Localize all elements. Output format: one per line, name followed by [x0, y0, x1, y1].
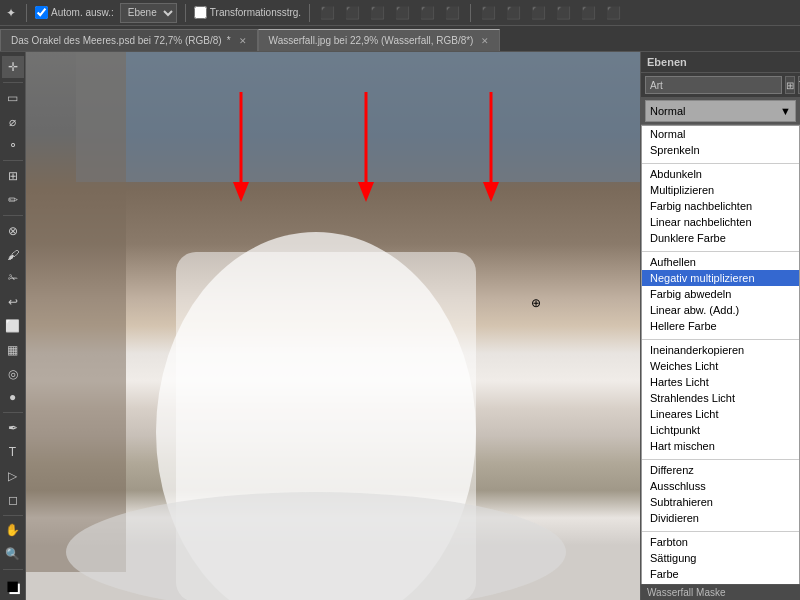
blend-mode-current-label: Normal	[650, 105, 685, 117]
separator4	[470, 4, 471, 22]
blend-dunklere-farbe[interactable]: Dunklere Farbe	[642, 230, 799, 246]
tab-wasserfall-label: Wasserfall.jpg bei 22,9% (Wasserfall, RG…	[269, 35, 474, 46]
close-tab-orakel[interactable]: ✕	[239, 36, 247, 46]
align-bottom-icon[interactable]: ⬛	[443, 4, 462, 22]
auto-select-label: Autom. ausw.:	[35, 6, 114, 19]
text-tool[interactable]: T	[2, 441, 24, 463]
blend-saettigung[interactable]: Sättigung	[642, 550, 799, 566]
align-center-icon[interactable]: ⬛	[343, 4, 362, 22]
align-middle-icon[interactable]: ⬛	[418, 4, 437, 22]
right-panel: Ebenen ⊞ T ⚙ Dec. Normal ▼ Normal Sprenk…	[640, 52, 800, 600]
clone-stamp-tool[interactable]: ✁	[2, 267, 24, 289]
blend-multiplizieren[interactable]: Multiplizieren	[642, 182, 799, 198]
tab-orakel[interactable]: Das Orakel des Meeres.psd bei 72,7% (RGB…	[0, 29, 258, 51]
eraser-tool[interactable]: ⬜	[2, 315, 24, 337]
blend-linear-nachbelichten[interactable]: Linear nachbelichten	[642, 214, 799, 230]
spot-heal-tool[interactable]: ⊗	[2, 220, 24, 242]
transform-checkbox[interactable]	[194, 6, 207, 19]
gradient-tool[interactable]: ▦	[2, 339, 24, 361]
layer-select[interactable]: Ebene	[120, 3, 177, 23]
blend-hart-mischen[interactable]: Hart mischen	[642, 438, 799, 454]
tool-sep1	[3, 82, 23, 83]
tool-sep5	[3, 515, 23, 516]
lasso-tool[interactable]: ⌀	[2, 111, 24, 133]
blend-aufhellen[interactable]: Aufhellen	[642, 254, 799, 270]
history-brush-tool[interactable]: ↩	[2, 291, 24, 313]
path-select-tool[interactable]: ▷	[2, 465, 24, 487]
distribute-left-icon[interactable]: ⬛	[479, 4, 498, 22]
foreground-bg-colors[interactable]: ◼	[2, 574, 24, 596]
blend-dividieren[interactable]: Dividieren	[642, 510, 799, 526]
distribute-top-icon[interactable]: ⬛	[554, 4, 573, 22]
blend-hellere-farbe[interactable]: Hellere Farbe	[642, 318, 799, 334]
blend-ausschluss[interactable]: Ausschluss	[642, 478, 799, 494]
blend-ineinanderkopieren[interactable]: Ineinanderkopieren	[642, 342, 799, 358]
panel-header: Ebenen	[641, 52, 800, 73]
distribute-center-icon[interactable]: ⬛	[504, 4, 523, 22]
pen-tool[interactable]: ✒	[2, 417, 24, 439]
blend-differenz[interactable]: Differenz	[642, 462, 799, 478]
close-tab-wasserfall[interactable]: ✕	[481, 36, 489, 46]
align-right-icon[interactable]: ⬛	[368, 4, 387, 22]
dodge-tool[interactable]: ●	[2, 387, 24, 409]
blend-lineares-licht[interactable]: Lineares Licht	[642, 406, 799, 422]
blend-dropdown[interactable]: Normal Sprenkeln Abdunkeln Multipliziere…	[641, 125, 800, 584]
distribute-mid-icon[interactable]: ⬛	[579, 4, 598, 22]
separator3	[309, 4, 310, 22]
quick-select-tool[interactable]: ⚬	[2, 134, 24, 156]
canvas-area[interactable]: ⊕	[26, 52, 640, 600]
blend-negativ-multiplizieren[interactable]: Negativ multiplizieren	[642, 270, 799, 286]
blend-abdunkeln[interactable]: Abdunkeln	[642, 166, 799, 182]
blend-mode-selector[interactable]: Normal ▼	[645, 100, 796, 122]
move-tool-icon[interactable]: ✦	[4, 4, 18, 22]
tool-sep2	[3, 160, 23, 161]
brush-tool[interactable]: 🖌	[2, 244, 24, 266]
separator2	[185, 4, 186, 22]
hand-tool[interactable]: ✋	[2, 520, 24, 542]
tab-wasserfall[interactable]: Wasserfall.jpg bei 22,9% (Wasserfall, RG…	[258, 29, 501, 51]
blend-dropdown-container: Normal ▼ Normal Sprenkeln Abdunkeln Mult…	[641, 98, 800, 584]
blend-strahlendes-licht[interactable]: Strahlendes Licht	[642, 390, 799, 406]
blur-tool[interactable]: ◎	[2, 363, 24, 385]
align-left-icon[interactable]: ⬛	[318, 4, 337, 22]
tab-orakel-label: Das Orakel des Meeres.psd bei 72,7% (RGB…	[11, 35, 222, 46]
blend-farbton[interactable]: Farbton	[642, 534, 799, 550]
distribute-bottom-icon[interactable]: ⬛	[604, 4, 623, 22]
main-area: ✛ ▭ ⌀ ⚬ ⊞ ✏ ⊗ 🖌 ✁ ↩ ⬜ ▦ ◎ ● ✒ T ▷ ◻ ✋ 🔍 …	[0, 52, 800, 600]
blend-sep5	[642, 526, 799, 532]
crop-tool[interactable]: ⊞	[2, 165, 24, 187]
move-tool[interactable]: ✛	[2, 56, 24, 78]
blend-sep2	[642, 246, 799, 252]
blend-sprenkeln[interactable]: Sprenkeln	[642, 142, 799, 158]
auto-select-checkbox[interactable]	[35, 6, 48, 19]
shape-tool[interactable]: ◻	[2, 489, 24, 511]
blend-hartes-licht[interactable]: Hartes Licht	[642, 374, 799, 390]
canvas-image	[26, 52, 640, 600]
panel-icon-btn1[interactable]: ⊞	[785, 76, 795, 94]
top-toolbar: ✦ Autom. ausw.: Ebene Transformationsstr…	[0, 0, 800, 26]
align-top-icon[interactable]: ⬛	[393, 4, 412, 22]
select-rect-tool[interactable]: ▭	[2, 87, 24, 109]
tool-sep6	[3, 569, 23, 570]
panel-search-bar: ⊞ T ⚙ Dec.	[641, 73, 800, 98]
blend-farbe[interactable]: Farbe	[642, 566, 799, 582]
blend-farbig-nachbelichten[interactable]: Farbig nachbelichten	[642, 198, 799, 214]
blend-mode-header: Normal ▼	[641, 98, 800, 125]
blend-weiches-licht[interactable]: Weiches Licht	[642, 358, 799, 374]
blend-subtrahieren[interactable]: Subtrahieren	[642, 494, 799, 510]
blend-normal[interactable]: Normal	[642, 126, 799, 142]
zoom-tool[interactable]: 🔍	[2, 543, 24, 565]
blend-sep1	[642, 158, 799, 164]
eyedropper-tool[interactable]: ✏	[2, 189, 24, 211]
blend-linear-abw[interactable]: Linear abw. (Add.)	[642, 302, 799, 318]
blend-luminanz[interactable]: Luminanz	[642, 582, 799, 584]
left-toolbar: ✛ ▭ ⌀ ⚬ ⊞ ✏ ⊗ 🖌 ✁ ↩ ⬜ ▦ ◎ ● ✒ T ▷ ◻ ✋ 🔍 …	[0, 52, 26, 600]
blend-sep3	[642, 334, 799, 340]
panel-search-input[interactable]	[645, 76, 782, 94]
blend-farbig-abwedeln[interactable]: Farbig abwedeln	[642, 286, 799, 302]
canvas-content: ⊕	[26, 52, 640, 600]
separator1	[26, 4, 27, 22]
tool-sep4	[3, 412, 23, 413]
distribute-right-icon[interactable]: ⬛	[529, 4, 548, 22]
blend-lichtpunkt[interactable]: Lichtpunkt	[642, 422, 799, 438]
